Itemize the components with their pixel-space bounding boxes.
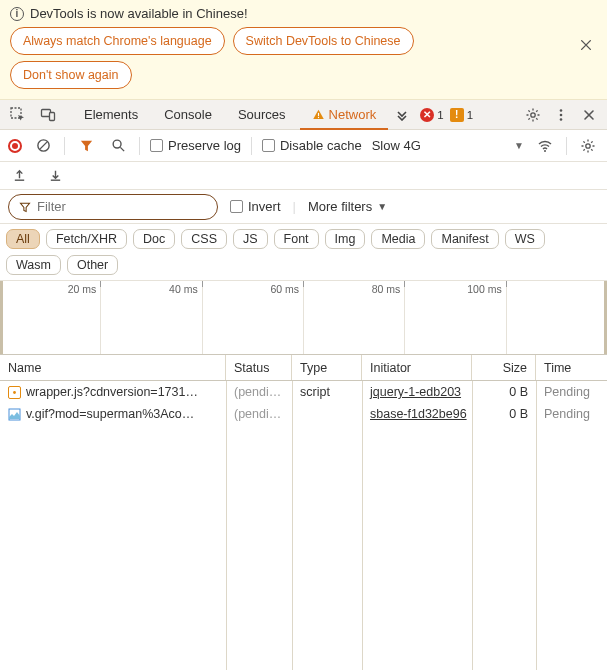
chip-js[interactable]: JS xyxy=(233,229,268,249)
info-icon: i xyxy=(10,7,24,21)
disable-cache-label: Disable cache xyxy=(280,138,362,153)
warning-badge[interactable]: ! 1 xyxy=(450,108,473,122)
divider xyxy=(566,137,567,155)
clear-button[interactable] xyxy=(32,135,54,157)
svg-point-10 xyxy=(113,140,121,148)
inspect-element-icon[interactable] xyxy=(4,101,32,129)
checkbox-icon xyxy=(262,139,275,152)
svg-rect-4 xyxy=(318,117,319,118)
network-conditions-icon[interactable] xyxy=(534,135,556,157)
chip-ws[interactable]: WS xyxy=(505,229,545,249)
close-devtools-icon[interactable] xyxy=(575,101,603,129)
timeline-tick: 100 ms xyxy=(467,283,501,295)
cell-time: Pending xyxy=(536,403,607,425)
tab-network-label: Network xyxy=(329,107,377,122)
error-circle-icon: ✕ xyxy=(420,108,434,122)
table-body: wrapper.js?cdnversion=1731…(pendi…script… xyxy=(0,381,607,670)
preserve-log-label: Preserve log xyxy=(168,138,241,153)
cell-type xyxy=(292,403,362,425)
warning-square-icon: ! xyxy=(450,108,464,122)
divider xyxy=(64,137,65,155)
svg-point-7 xyxy=(560,113,563,116)
table-row[interactable]: wrapper.js?cdnversion=1731…(pendi…script… xyxy=(0,381,607,403)
cell-initiator[interactable]: sbase-f1d32be96 xyxy=(370,407,467,421)
throttling-value: Slow 4G xyxy=(372,138,421,153)
svg-point-11 xyxy=(544,150,546,152)
col-time[interactable]: Time xyxy=(536,355,607,380)
col-initiator[interactable]: Initiator xyxy=(362,355,472,380)
search-icon[interactable] xyxy=(107,135,129,157)
cell-status: (pendi… xyxy=(226,403,292,425)
device-toolbar-icon[interactable] xyxy=(34,101,62,129)
svg-point-12 xyxy=(586,143,590,147)
svg-point-6 xyxy=(560,109,563,112)
settings-gear-icon[interactable] xyxy=(519,101,547,129)
chip-manifest[interactable]: Manifest xyxy=(431,229,498,249)
timeline-overview[interactable]: 20 ms40 ms60 ms80 ms100 ms xyxy=(0,281,607,355)
cell-name: v.gif?mod=superman%3Aco… xyxy=(26,407,194,421)
infobar-title: DevTools is now available in Chinese! xyxy=(30,6,248,21)
col-size[interactable]: Size xyxy=(472,355,536,380)
more-tabs-chevron-icon[interactable] xyxy=(390,109,414,121)
table-header: Name Status Type Initiator Size Time xyxy=(0,355,607,381)
chip-font[interactable]: Font xyxy=(274,229,319,249)
kebab-menu-icon[interactable] xyxy=(547,101,575,129)
import-har-icon[interactable] xyxy=(44,165,66,187)
filter-funnel-icon[interactable] xyxy=(75,135,97,157)
network-settings-gear-icon[interactable] xyxy=(577,135,599,157)
more-filters-label: More filters xyxy=(308,199,372,214)
throttling-selector[interactable]: Slow 4G xyxy=(372,138,421,153)
svg-point-13 xyxy=(13,391,16,394)
invert-checkbox[interactable]: Invert xyxy=(230,199,281,214)
devtools-tabstrip: Elements Console Sources Network ✕ 1 ! 1 xyxy=(0,100,607,130)
image-file-icon xyxy=(8,408,21,421)
language-infobar: i DevTools is now available in Chinese! … xyxy=(0,0,607,100)
filter-row: Invert | More filters ▼ xyxy=(0,190,607,224)
cell-size: 0 B xyxy=(472,381,536,403)
preserve-log-checkbox[interactable]: Preserve log xyxy=(150,138,241,153)
col-status[interactable]: Status xyxy=(226,355,292,380)
chip-css[interactable]: CSS xyxy=(181,229,227,249)
col-type[interactable]: Type xyxy=(292,355,362,380)
network-toolbar: Preserve log Disable cache Slow 4G ▼ xyxy=(0,130,607,162)
divider xyxy=(251,137,252,155)
dont-show-again-button[interactable]: Don't show again xyxy=(10,61,132,89)
infobar-close-button[interactable] xyxy=(579,38,597,56)
filter-input-wrap[interactable] xyxy=(8,194,218,220)
filter-input[interactable] xyxy=(37,199,207,214)
chip-other[interactable]: Other xyxy=(67,255,118,275)
switch-language-button[interactable]: Switch DevTools to Chinese xyxy=(233,27,414,55)
tab-console[interactable]: Console xyxy=(152,100,224,130)
error-count: 1 xyxy=(437,109,443,121)
tab-sources[interactable]: Sources xyxy=(226,100,298,130)
caret-down-icon: ▼ xyxy=(377,201,387,212)
cell-initiator[interactable]: jquery-1-edb203 xyxy=(370,385,461,399)
svg-rect-2 xyxy=(50,112,55,120)
table-row[interactable]: v.gif?mod=superman%3Aco…(pendi…sbase-f1d… xyxy=(0,403,607,425)
error-badge[interactable]: ✕ 1 xyxy=(420,108,443,122)
disable-cache-checkbox[interactable]: Disable cache xyxy=(262,138,362,153)
timeline-tick: 60 ms xyxy=(270,283,299,295)
chip-all[interactable]: All xyxy=(6,229,40,249)
svg-point-5 xyxy=(531,112,535,116)
divider xyxy=(139,137,140,155)
export-har-icon[interactable] xyxy=(8,165,30,187)
cell-size: 0 B xyxy=(472,403,536,425)
invert-label: Invert xyxy=(248,199,281,214)
timeline-tick: 20 ms xyxy=(68,283,97,295)
chip-fetchxhr[interactable]: Fetch/XHR xyxy=(46,229,127,249)
match-language-button[interactable]: Always match Chrome's language xyxy=(10,27,225,55)
chip-doc[interactable]: Doc xyxy=(133,229,175,249)
chip-media[interactable]: Media xyxy=(371,229,425,249)
throttling-caret-icon[interactable]: ▼ xyxy=(514,140,524,151)
more-filters-button[interactable]: More filters ▼ xyxy=(308,199,387,214)
warning-count: 1 xyxy=(467,109,473,121)
record-button[interactable] xyxy=(8,139,22,153)
checkbox-icon xyxy=(150,139,163,152)
chip-img[interactable]: Img xyxy=(325,229,366,249)
chip-wasm[interactable]: Wasm xyxy=(6,255,61,275)
col-name[interactable]: Name xyxy=(0,355,226,380)
js-file-icon xyxy=(8,386,21,399)
tab-elements[interactable]: Elements xyxy=(72,100,150,130)
tab-network[interactable]: Network xyxy=(300,100,389,130)
